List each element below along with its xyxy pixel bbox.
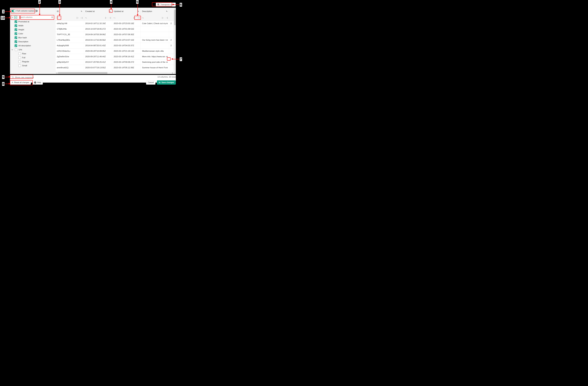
table-cell[interactable]: 2019-07-25T00:25:41Z (84, 59, 112, 65)
pencil-icon[interactable]: ✎ (109, 10, 111, 12)
move-left-icon[interactable]: |← (105, 17, 108, 19)
table-cell[interactable]: Summer house of Henri Fo (141, 65, 169, 70)
move-left-icon[interactable]: |← (77, 17, 79, 19)
move-left-icon[interactable]: |← (162, 17, 165, 19)
info-icon[interactable]: i (36, 10, 38, 12)
table-cell[interactable]: 2018-02-16T11:32:19Z (84, 21, 112, 26)
table-cell[interactable] (169, 48, 174, 54)
column-checkbox[interactable] (15, 44, 17, 47)
table-cell[interactable] (141, 32, 169, 37)
table-cell[interactable]: aren8nutd1Q (55, 65, 84, 70)
column-item[interactable]: Regular (10, 60, 55, 64)
table-row[interactable]: L7EwHkq1B2s2019-04-11T15:06:56Z2023-03-1… (55, 37, 174, 43)
column-checkbox[interactable] (18, 52, 21, 55)
table-cell[interactable]: TiVPTYCG_3E (55, 32, 84, 37)
table-cell[interactable]: 2023-03-13T13:07:10Z (112, 37, 141, 43)
column-item[interactable]: Color (10, 32, 55, 36)
move-right-icon[interactable]: →| (137, 17, 139, 19)
column-checkbox[interactable] (15, 24, 17, 27)
chevron-down-icon[interactable] (11, 49, 14, 51)
clear-search-icon[interactable]: ✕ (51, 16, 53, 18)
table-cell[interactable]: 2 (169, 43, 174, 48)
column-item-parent[interactable]: Urls (10, 48, 55, 52)
table-row[interactable]: eWqOgJ-lfiI2018-02-16T11:32:19Z2023-03-1… (55, 21, 174, 26)
table-cell[interactable] (169, 32, 174, 37)
table-cell[interactable]: 2023-03-14T06:16:41Z (112, 54, 141, 59)
table-cell[interactable]: 2020-09-20T11:46:44Z (84, 54, 112, 59)
scroll-right-icon[interactable]: ▶ (171, 72, 174, 74)
table-cell[interactable]: 2019-04-11T15:06:56Z (84, 37, 112, 43)
table-cell[interactable]: 4ojhpgKpS68 (55, 43, 84, 48)
table-cell[interactable]: 2 (169, 21, 174, 26)
table-row[interactable]: mR1CIDduGLc2020-09-20T10:09:05Z2023-03-1… (55, 48, 174, 54)
search-columns-input[interactable] (18, 15, 54, 19)
select-all-checkbox[interactable] (14, 16, 17, 19)
eye-icon[interactable] (166, 61, 168, 63)
table-cell[interactable]: 2023-03-14T05:12:39Z (112, 65, 141, 70)
table-cell[interactable]: Mediterranean style villa (141, 48, 169, 54)
table-cell[interactable]: 2023-03-14T01:09:53Z (112, 26, 141, 32)
pencil-icon[interactable]: ✎ (81, 10, 82, 12)
table-cell[interactable]: L7EwHkq1B2s (55, 37, 84, 43)
column-header[interactable]: ID ✎ ↑↓ |← →| (55, 8, 84, 21)
reset-button[interactable]: ⟳ Reset all changes (10, 80, 31, 85)
scroll-down-icon[interactable]: ▼ (174, 72, 176, 74)
transpose-button[interactable]: Transpose data (156, 2, 176, 7)
column-item[interactable]: Blur hash (10, 36, 55, 40)
table-cell[interactable]: 2023-03-14T04:03:37Z (112, 43, 141, 48)
cancel-button[interactable]: Cancel (146, 80, 155, 85)
sort-icon[interactable]: ↑↓ (142, 17, 144, 19)
column-item[interactable]: Full (10, 56, 55, 60)
eye-icon[interactable] (166, 56, 168, 58)
help-button[interactable]: ? Help (32, 80, 43, 85)
table-cell[interactable] (141, 26, 169, 32)
column-checkbox[interactable] (18, 60, 21, 63)
pencil-icon[interactable]: ✎ (138, 10, 139, 12)
scroll-up-icon[interactable]: ▲ (174, 8, 176, 10)
scroll-thumb[interactable] (58, 72, 107, 74)
vertical-scrollbar[interactable]: ▲ ▼ (174, 8, 176, 74)
column-header[interactable]: Updated at ✎ ↑↓ |← →| (112, 8, 141, 21)
column-item[interactable]: Height (10, 28, 55, 32)
column-checkbox[interactable] (15, 32, 17, 35)
table-row[interactable]: 178j8tJrNlc2019-10-03T19:05:27Z2023-03-1… (55, 26, 174, 32)
eye-icon[interactable] (166, 22, 168, 25)
table-cell[interactable] (169, 54, 174, 59)
table-cell[interactable]: g39p1kDjvSY (55, 59, 84, 65)
column-checkbox[interactable] (18, 64, 21, 67)
move-right-icon[interactable]: →| (165, 17, 168, 19)
table-cell[interactable]: 2018-04-08T20:01:43Z (84, 43, 112, 48)
table-cell[interactable]: 2019-10-03T19:05:27Z (84, 26, 112, 32)
column-item[interactable]: Alt description (10, 44, 55, 48)
column-checkbox[interactable] (15, 28, 17, 31)
column-checkbox[interactable] (18, 57, 21, 59)
column-header[interactable]: Description ✎ ↑↓ |← →| (141, 8, 169, 21)
eye-icon[interactable] (166, 39, 168, 41)
column-checkbox[interactable] (15, 48, 17, 51)
column-item[interactable]: Small (10, 64, 55, 68)
table-cell[interactable]: 2 (169, 37, 174, 43)
table-cell[interactable]: eWqOgJ-lfiI (55, 21, 84, 26)
horizontal-scrollbar[interactable]: ◀ ▶ (55, 72, 174, 74)
table-row[interactable]: g39p1kDjvSY2019-07-25T00:25:41Z2023-03-1… (55, 59, 174, 65)
table-cell[interactable] (169, 59, 174, 65)
table-row[interactable]: TiVPTYCG_3E2019-09-16T03:39:06Z2023-03-1… (55, 32, 174, 37)
save-button[interactable]: Save changes (157, 80, 176, 85)
table-cell[interactable]: 2020-03-07T19:13:55Z (84, 65, 112, 70)
table-cell[interactable]: 2020-09-20T10:09:05Z (84, 48, 112, 54)
table-cell[interactable] (169, 26, 174, 32)
sort-icon[interactable]: ↑↓ (113, 17, 116, 19)
table-cell[interactable]: Our living room has been t (141, 37, 169, 43)
scroll-thumb[interactable] (174, 10, 176, 25)
move-right-icon[interactable]: →| (80, 17, 83, 19)
sort-icon[interactable]: ↑↓ (57, 17, 59, 19)
eye-icon[interactable] (166, 67, 168, 69)
column-checkbox[interactable] (15, 37, 17, 39)
table-cell[interactable] (141, 43, 169, 48)
column-item[interactable]: Description (10, 40, 55, 44)
table-cell[interactable]: 178j8tJrNlc (55, 26, 84, 32)
table-cell[interactable] (169, 65, 174, 70)
expand-all-chevron[interactable] (11, 16, 14, 19)
column-header[interactable]: Created at ✎ ↑↓ |← →| (84, 8, 112, 21)
show-raw-toggle[interactable] (10, 76, 14, 79)
